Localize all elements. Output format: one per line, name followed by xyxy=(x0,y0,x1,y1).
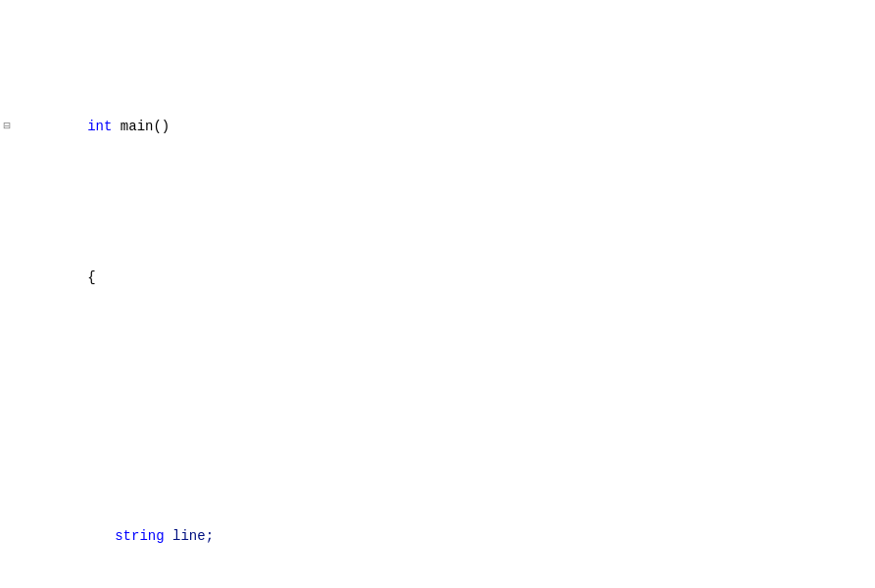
keyword-int: int xyxy=(87,119,112,134)
line-2: { xyxy=(0,245,875,310)
var-line: line; xyxy=(165,528,214,544)
line-3 xyxy=(0,396,875,417)
code-block: ⊟ int main() { string line; xyxy=(0,0,875,588)
line-content-4: string line; xyxy=(14,504,875,568)
line-content-1: int main() xyxy=(14,94,875,159)
kw-string: string xyxy=(115,528,164,544)
brace-open: { xyxy=(87,270,95,285)
fold-icon-1[interactable]: ⊟ xyxy=(0,116,14,137)
punct: main() xyxy=(112,119,170,134)
code-container: ⊟ int main() { string line; xyxy=(0,0,875,588)
line-1: ⊟ int main() xyxy=(0,94,875,159)
line-content-2: { xyxy=(14,245,875,310)
line-4: string line; xyxy=(0,504,875,568)
line-content-3 xyxy=(14,396,875,417)
